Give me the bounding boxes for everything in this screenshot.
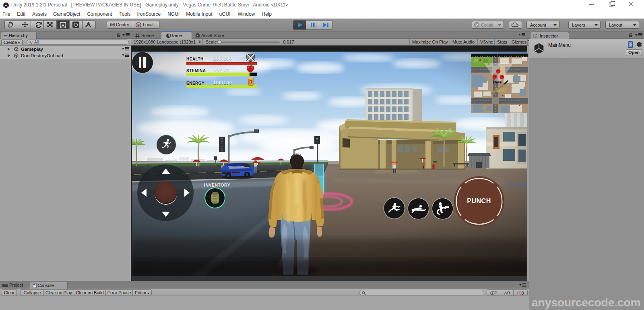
svg-text:?: ?: [630, 43, 632, 47]
svg-text:Here: Here: [493, 80, 502, 84]
